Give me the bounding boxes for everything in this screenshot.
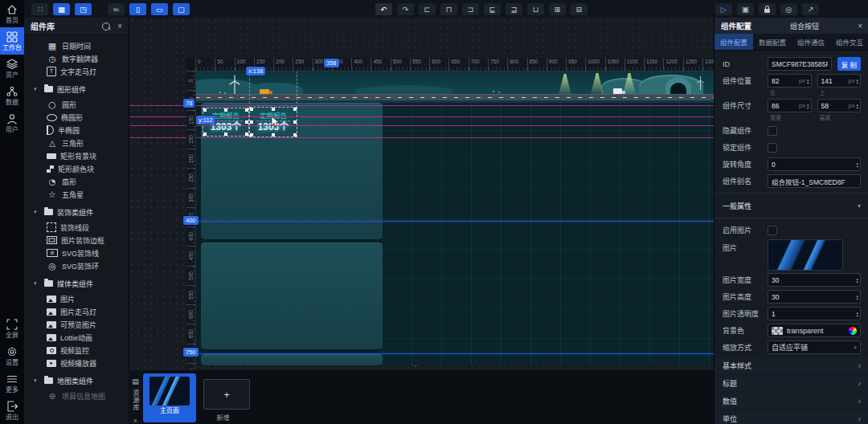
size-height-field[interactable]: px bbox=[817, 99, 862, 112]
close-icon[interactable]: × bbox=[858, 22, 862, 31]
horizontal-guide-magenta[interactable] bbox=[129, 116, 714, 117]
align-top-button[interactable]: ⊑ bbox=[484, 3, 501, 15]
inspector-tab[interactable]: 组件交互 bbox=[830, 34, 868, 50]
position-y-field[interactable]: px bbox=[817, 74, 862, 88]
close-icon[interactable]: × bbox=[117, 22, 122, 31]
style-section-row[interactable]: 标题 bbox=[714, 376, 868, 391]
component-id-input[interactable] bbox=[768, 57, 832, 71]
library-item[interactable]: 图片 bbox=[24, 292, 129, 305]
position-y-input[interactable] bbox=[821, 77, 848, 85]
library-item[interactable]: 装饰类组件 bbox=[24, 206, 129, 218]
copy-button[interactable]: 复 制 bbox=[837, 57, 861, 71]
align-left-button[interactable]: ⊏ bbox=[419, 3, 436, 15]
mobile-view-button[interactable]: ▯ bbox=[129, 3, 146, 15]
library-item[interactable]: 可预览图片 bbox=[24, 318, 129, 331]
library-item[interactable]: 矩形背景块 bbox=[24, 149, 129, 162]
components-toggle-button[interactable]: ∷ bbox=[31, 3, 48, 15]
transparent-swatch[interactable] bbox=[772, 327, 783, 335]
lock-button[interactable] bbox=[759, 3, 776, 15]
page-thumbnail[interactable]: 主页面 bbox=[143, 373, 196, 422]
style-section-row[interactable]: 单位 bbox=[714, 411, 868, 424]
library-item[interactable]: 地图类组件 bbox=[24, 374, 129, 387]
library-item[interactable]: 文字走马灯 bbox=[24, 65, 129, 78]
library-item[interactable]: SVG装饰环 bbox=[24, 259, 129, 272]
stepper-icon[interactable] bbox=[856, 78, 858, 84]
library-item[interactable]: 三角形 bbox=[24, 137, 129, 149]
hide-component-checkbox[interactable] bbox=[768, 126, 777, 136]
sidebar-item-more[interactable]: 更多 bbox=[0, 369, 24, 397]
sidebar-item-home[interactable]: 首页 bbox=[0, 0, 24, 27]
library-item[interactable]: 半椭圆 bbox=[24, 124, 129, 137]
position-x-input[interactable] bbox=[772, 77, 798, 85]
horizontal-guide-magenta[interactable] bbox=[129, 137, 714, 138]
close-icon[interactable]: × bbox=[133, 417, 137, 424]
library-item[interactable]: 媒体类组件 bbox=[24, 277, 129, 290]
size-width-input[interactable] bbox=[772, 102, 798, 110]
horizontal-guide-blue[interactable] bbox=[195, 353, 714, 354]
library-item[interactable]: 圆形 bbox=[24, 98, 129, 111]
position-x-field[interactable]: px bbox=[768, 74, 812, 88]
inspector-tab[interactable]: 组件通信 bbox=[792, 34, 830, 50]
rotation-input[interactable] bbox=[772, 161, 855, 169]
align-middle-button[interactable]: ⊒ bbox=[506, 3, 522, 15]
snap-guide-button[interactable]: ◳ bbox=[75, 3, 92, 15]
image-width-field[interactable] bbox=[768, 273, 861, 287]
inspector-tab[interactable]: 组件配置 bbox=[714, 34, 753, 50]
grid-layout-button[interactable]: ▦ bbox=[53, 3, 70, 15]
library-item[interactable]: 扇形 bbox=[24, 175, 129, 188]
image-preview[interactable] bbox=[768, 239, 843, 271]
inspector-tab[interactable]: 数据配置 bbox=[753, 34, 792, 50]
stepper-icon[interactable] bbox=[856, 103, 858, 109]
tablet-view-button[interactable]: ▢ bbox=[173, 3, 190, 15]
share-button[interactable]: ↗ bbox=[802, 3, 819, 15]
library-item[interactable]: SVG装饰线 bbox=[24, 247, 129, 259]
image-width-input[interactable] bbox=[772, 276, 855, 284]
library-item[interactable]: 视频播放器 bbox=[24, 357, 129, 369]
library-item[interactable]: 装饰线段 bbox=[24, 221, 129, 234]
save-button[interactable]: ▣ bbox=[737, 3, 754, 15]
horizontal-guide-magenta[interactable] bbox=[129, 105, 714, 106]
image-opacity-field[interactable] bbox=[768, 307, 861, 320]
horizontal-guide-magenta[interactable] bbox=[129, 125, 714, 126]
library-item[interactable]: 五角星 bbox=[24, 188, 129, 201]
stepper-icon[interactable] bbox=[807, 103, 809, 109]
version-button[interactable]: ◎ bbox=[780, 3, 797, 15]
library-item[interactable]: 项目信息地图 bbox=[24, 389, 129, 402]
link-button[interactable]: ∞ bbox=[108, 3, 125, 15]
preview-button[interactable]: ▷ bbox=[715, 3, 732, 15]
library-item[interactable]: 图形组件 bbox=[24, 83, 129, 96]
align-bottom-button[interactable]: ⊔ bbox=[527, 3, 544, 15]
image-height-input[interactable] bbox=[772, 293, 855, 301]
general-properties-section[interactable]: 一般属性 bbox=[723, 198, 861, 214]
align-right-button[interactable]: ⊐ bbox=[462, 3, 479, 15]
library-item[interactable]: 日期时间 bbox=[24, 39, 129, 52]
rotation-field[interactable] bbox=[768, 157, 861, 171]
horizontal-guide-blue[interactable] bbox=[195, 221, 714, 222]
color-picker-icon[interactable] bbox=[849, 327, 857, 335]
library-item[interactable]: Lottie动画 bbox=[24, 331, 129, 344]
library-item[interactable]: 数字翻牌器 bbox=[24, 52, 129, 65]
alias-input[interactable] bbox=[768, 174, 861, 188]
image-height-field[interactable] bbox=[768, 290, 861, 304]
redo-button[interactable]: ↷ bbox=[397, 3, 414, 15]
page-artboard[interactable]: 定期报告 1303个 定期报告 1303个 bbox=[195, 71, 714, 365]
resource-library-tab[interactable]: 资源库 × bbox=[129, 370, 142, 424]
sidebar-item-settings[interactable]: 设置 bbox=[0, 342, 24, 369]
align-center-h-button[interactable]: ⊓ bbox=[440, 3, 457, 15]
desktop-view-button[interactable]: ▭ bbox=[151, 3, 168, 15]
library-item[interactable]: 椭圆形 bbox=[24, 111, 129, 124]
library-item[interactable]: 矩形颜色块 bbox=[24, 162, 129, 175]
sidebar-item-users[interactable]: 用户 bbox=[0, 109, 24, 137]
add-page-button[interactable]: + bbox=[203, 379, 250, 410]
scale-mode-select[interactable]: 自适应平铺 bbox=[768, 340, 861, 354]
sidebar-item-fullscreen[interactable]: 全屏 bbox=[0, 315, 24, 342]
stepper-icon[interactable] bbox=[856, 277, 858, 283]
canvas-overflow-dots[interactable]: ⋯ bbox=[411, 361, 420, 369]
image-opacity-input[interactable] bbox=[772, 310, 855, 318]
stepper-icon[interactable] bbox=[856, 161, 858, 168]
design-canvas[interactable]: 0501001502002503003504004505005506006507… bbox=[129, 18, 714, 369]
size-height-input[interactable] bbox=[821, 102, 848, 110]
stepper-icon[interactable] bbox=[807, 78, 809, 84]
library-item[interactable]: 视频监控 bbox=[24, 344, 129, 357]
lock-component-checkbox[interactable] bbox=[768, 143, 777, 153]
